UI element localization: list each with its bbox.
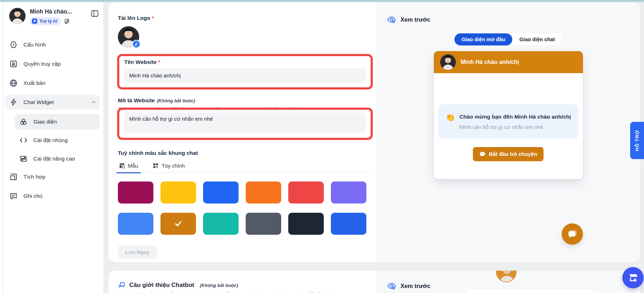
edit-profile-icon[interactable] <box>64 18 70 25</box>
welcome-subtitle: Mình cần hỗ trợ gì cứ nhắn em nhé <box>459 124 571 130</box>
custom-grid-icon <box>153 163 158 168</box>
note-icon <box>9 192 18 200</box>
sidebar-item-cau-hinh[interactable]: Cấu hình <box>5 37 100 52</box>
color-tabs: Mẫu Tùy chỉnh <box>118 162 370 173</box>
tab-tuy-chinh[interactable]: Tùy chỉnh <box>152 162 186 173</box>
website-name-label: Tên Website * <box>124 59 366 65</box>
browser-top-strip <box>0 0 644 2</box>
chat-widget-footer: Bắt đầu trò chuyện <box>434 139 583 179</box>
integration-icon <box>9 173 18 181</box>
preview-title: Xem trước <box>400 16 430 23</box>
color-swatch[interactable] <box>246 181 281 204</box>
color-swatch[interactable] <box>331 181 366 204</box>
logo-label: Tải lên Logo * <box>118 15 370 21</box>
save-button[interactable]: Lưu Ngay <box>118 245 157 259</box>
preview-eye-icon <box>387 281 396 291</box>
tab-giao-dien-mo-dau[interactable]: Giao diện mở đầu <box>454 33 512 45</box>
color-swatch[interactable] <box>203 213 239 235</box>
logo-upload[interactable] <box>118 26 139 48</box>
sidebar-item-tich-hop[interactable]: Tích hợp <box>5 169 100 184</box>
chat-bubble-icon <box>479 151 486 157</box>
profile-section: Minh Hà chào... ✦Trợ lý AI <box>0 2 103 25</box>
preview-tabs: Giao diện mở đầu Giao diện chat <box>454 33 562 45</box>
bot-name: Minh Hà chào... <box>30 9 72 15</box>
color-swatch[interactable] <box>288 213 324 235</box>
website-name-input[interactable]: Minh Hà chào anh/chị <box>124 69 366 83</box>
store-settings-fab[interactable] <box>622 267 644 288</box>
chat-header-avatar <box>440 54 456 70</box>
window-frame-line <box>3 2 3 293</box>
color-swatch[interactable] <box>331 213 366 235</box>
intro-title: Câu giới thiệu Chatbot <box>129 282 194 289</box>
chat-widget-submenu: Giao diện Cài đặt nhúng Cài đặt nâng cao <box>5 114 100 167</box>
appearance-form: Tải lên Logo * Tên Website * Minh Hà chà… <box>109 2 376 262</box>
annotation-box-description: Mình cần hỗ trợ gì cứ nhắn em nhé <box>117 108 373 140</box>
id-card-icon <box>9 60 18 68</box>
welcome-title: Chào mừng bạn đến Minh Hà chào anh/chị <box>459 113 571 121</box>
globe-icon <box>9 79 18 87</box>
appearance-settings-card: Tải lên Logo * Tên Website * Minh Hà chà… <box>109 2 640 262</box>
color-section-title: Tuỳ chỉnh màu sắc khung chat <box>118 150 370 156</box>
preview-panel: Xem trước Giao diện mở đầu Giao diện cha… <box>376 2 640 262</box>
intro-preview-avatar <box>496 271 517 282</box>
preview-eye-icon <box>387 15 396 24</box>
sidebar: Minh Hà chào... ✦Trợ lý AI Cấu hình Quyề… <box>0 2 104 293</box>
advanced-settings-icon <box>19 154 28 163</box>
intro-chat-icon <box>118 281 126 289</box>
support-tab[interactable]: HỖ TRỢ <box>630 122 644 159</box>
appearance-icon <box>19 118 28 126</box>
intro-message-form: Câu giới thiệu Chatbot (Không bắt buộc) … <box>109 271 376 293</box>
sidebar-item-ghi-chu[interactable]: Ghi chú <box>5 189 100 204</box>
color-swatch[interactable] <box>246 213 281 235</box>
logo-edit-icon[interactable] <box>132 40 141 48</box>
config-icon <box>9 40 18 49</box>
color-swatch-grid <box>118 181 370 235</box>
tab-giao-dien-chat[interactable]: Giao diện chat <box>512 33 562 45</box>
ai-badge: ✦Trợ lý AI <box>30 17 61 25</box>
chat-launcher-bubble[interactable] <box>562 223 583 245</box>
chat-widget-preview: Minh Hà chào anh/chị 👏 Chào mừng bạn đến… <box>434 51 583 179</box>
description-label: Mô tả Website(Không bắt buộc) <box>118 97 370 104</box>
profile-avatar[interactable] <box>9 8 26 24</box>
template-grid-icon <box>119 163 125 168</box>
sidebar-item-giao-dien[interactable]: Giao diện <box>15 114 100 130</box>
check-icon <box>160 213 196 235</box>
intro-optional-note: (Không bắt buộc) <box>200 283 238 288</box>
lightning-icon <box>9 98 18 107</box>
sidebar-item-xuat-ban[interactable]: Xuất bản <box>5 76 100 91</box>
intro-helper-text: Câu giới thiệu sẽ được hiển thị trên nút… <box>118 292 370 293</box>
color-swatch-selected[interactable] <box>160 213 196 235</box>
welcome-message: 👏 Chào mừng bạn đến Minh Hà chào anh/chị… <box>438 104 578 139</box>
intro-preview-bubble <box>466 289 594 293</box>
sidebar-item-chat-widget[interactable]: Chat Widget <box>5 95 100 110</box>
color-swatch[interactable] <box>203 181 239 204</box>
description-textarea[interactable]: Mình cần hỗ trợ gì cứ nhắn em nhé <box>124 113 366 133</box>
chevron-up-icon <box>91 100 96 105</box>
sidebar-item-quyen-truy-cap[interactable]: Quyền truy cập <box>5 56 100 71</box>
color-swatch[interactable] <box>118 181 153 204</box>
intro-preview-panel: Xem trước <box>376 271 640 293</box>
collapse-sidebar-icon[interactable] <box>91 9 99 18</box>
code-icon <box>19 136 28 145</box>
sidebar-nav: Cấu hình Quyền truy cập Xuất bản Chat Wi… <box>0 37 103 204</box>
tab-mau[interactable]: Mẫu <box>118 162 140 173</box>
color-swatch[interactable] <box>160 181 196 204</box>
color-swatch[interactable] <box>288 181 324 204</box>
chat-widget-header: Minh Hà chào anh/chị <box>434 51 583 73</box>
preview-title: Xem trước <box>400 283 430 289</box>
chat-header-title: Minh Hà chào anh/chị <box>461 59 519 65</box>
intro-message-card: Câu giới thiệu Chatbot (Không bắt buộc) … <box>109 271 640 293</box>
chat-widget-body: 👏 Chào mừng bạn đến Minh Hà chào anh/chị… <box>434 73 583 139</box>
start-chat-button[interactable]: Bắt đầu trò chuyện <box>473 147 544 161</box>
sidebar-item-cai-dat-nang-cao[interactable]: Cài đặt nâng cao <box>15 151 100 167</box>
color-swatch[interactable] <box>118 213 153 235</box>
ai-badge-icon: ✦ <box>32 18 37 24</box>
clap-emoji: 👏 <box>446 113 455 130</box>
annotation-box-website-name: Tên Website * Minh Hà chào anh/chị <box>117 54 373 89</box>
sidebar-item-cai-dat-nhung[interactable]: Cài đặt nhúng <box>15 132 100 148</box>
